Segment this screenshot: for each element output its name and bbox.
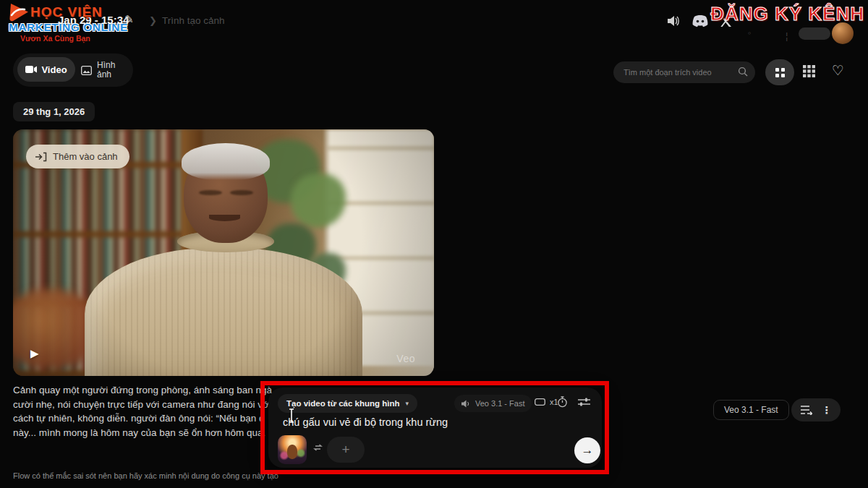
video-camera-icon	[25, 65, 37, 74]
add-to-scene-icon	[35, 152, 47, 162]
large-grid-icon	[775, 67, 786, 78]
app-window: Jan 29 - 15:34 ✎ ❯ Trình tạo cảnh ◦ ¦ HỌ…	[0, 0, 868, 488]
plus-icon: +	[341, 442, 349, 458]
tab-image-label: Hình ảnh	[97, 61, 122, 80]
output-count[interactable]: x1	[535, 398, 558, 406]
discord-icon[interactable]	[692, 14, 709, 28]
timer-icon	[557, 396, 568, 408]
search-input[interactable]	[624, 61, 732, 83]
add-to-scene-label: Thêm vào cảnh	[53, 151, 118, 162]
audio-icon	[461, 400, 471, 408]
video-card[interactable]: Thêm vào cảnh ▶ Veo	[13, 129, 434, 376]
logo-line3: Vươn Xa Cùng Bạn	[20, 34, 175, 43]
date-chip: 29 thg 1, 2026	[13, 102, 95, 121]
image-icon	[81, 66, 92, 75]
frame-thumbnail[interactable]	[278, 435, 307, 464]
aspect-icon	[535, 398, 545, 406]
view-small-grid-button[interactable]	[803, 65, 815, 77]
avatar[interactable]	[832, 22, 854, 44]
logo-line2: MARKETING ONLINE	[9, 21, 175, 34]
play-icon[interactable]: ▶	[30, 347, 39, 360]
prompt-input[interactable]: chú gấu vui vẻ đi bộ trong khu rừng	[283, 416, 448, 428]
volume-icon[interactable]	[667, 15, 680, 27]
add-to-list-icon[interactable]	[800, 405, 812, 415]
subscribe-banner: ĐĂNG KÝ KÊNH	[710, 3, 864, 25]
tab-video-label: Video	[41, 64, 67, 75]
result-model-chip[interactable]: Veo 3.1 - Fast	[713, 400, 789, 420]
logo-line1: HỌC VIỆN	[30, 4, 103, 20]
view-large-grid-button[interactable]	[765, 59, 794, 85]
add-frame-button[interactable]: +	[327, 437, 365, 463]
small-grid-icon	[803, 65, 815, 77]
result-actions: ⋮	[791, 398, 841, 421]
swap-arrows-icon	[312, 442, 324, 453]
favorites-button[interactable]: ♡	[832, 62, 844, 79]
tune-sliders-icon	[578, 397, 590, 407]
heart-icon: ♡	[832, 63, 844, 78]
veo-watermark: Veo	[396, 353, 415, 364]
partially-hidden-icon[interactable]: ◦	[748, 27, 752, 38]
disclaimer-text: Flow có thể mắc sai sót nên bạn hãy xác …	[13, 471, 278, 480]
mode-dropdown[interactable]: Tạo video từ các khung hình ▾	[278, 394, 417, 413]
partially-hidden-icon[interactable]: ¦	[786, 30, 788, 41]
prompt-composer: Tạo video từ các khung hình ▾ Veo 3.1 - …	[268, 388, 602, 468]
media-tab-group: Video Hình ảnh	[13, 53, 133, 87]
settings-button[interactable]	[578, 397, 590, 407]
plan-badge	[799, 27, 830, 40]
duration-button[interactable]	[557, 396, 568, 408]
add-to-scene-button[interactable]: Thêm vào cảnh	[26, 145, 129, 168]
more-options-icon[interactable]: ⋮	[822, 404, 832, 416]
text-cursor	[288, 408, 295, 423]
chevron-down-icon: ▾	[406, 400, 409, 407]
channel-logo: HỌC VIỆN MARKETING ONLINE Vươn Xa Cùng B…	[9, 2, 175, 43]
swap-frames-button[interactable]	[312, 442, 324, 453]
arrow-right-icon: →	[582, 443, 594, 458]
tab-video[interactable]: Video	[17, 57, 75, 82]
model-selector[interactable]: Veo 3.1 - Fast	[454, 395, 532, 412]
generate-button[interactable]: →	[574, 437, 600, 463]
model-label: Veo 3.1 - Fast	[475, 399, 524, 408]
logo-play-icon	[9, 2, 30, 22]
tab-image[interactable]: Hình ảnh	[81, 56, 130, 85]
search-icon[interactable]	[738, 67, 748, 77]
mode-label: Tạo video từ các khung hình	[286, 399, 400, 408]
search-bar[interactable]	[613, 61, 755, 83]
